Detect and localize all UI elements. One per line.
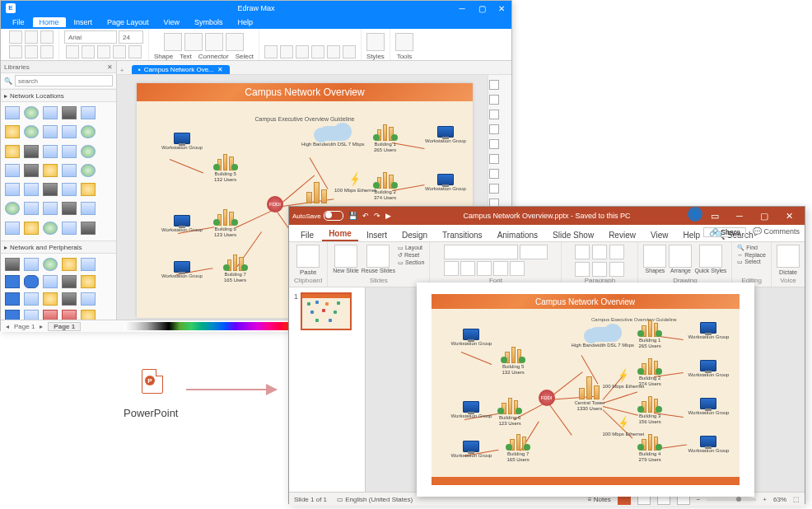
bullets-icon[interactable] [575,245,590,259]
shape-item[interactable] [61,163,77,178]
sidebar-search-input[interactable] [15,75,113,86]
node-fddi[interactable]: FDDI [267,196,283,212]
paste-icon[interactable] [40,30,54,44]
node-workstation-group[interactable]: Workstation Group [425,174,466,192]
save-icon[interactable]: 💾 [348,212,357,220]
node-building-2[interactable]: Building 2 374 Users [374,174,396,200]
font-family-select[interactable]: Arial [64,30,117,44]
node-building-1[interactable]: Building 1 265 Users [374,126,396,152]
node-building-7[interactable]: Building 7 165 Users [507,436,530,462]
right-tool-icon[interactable] [489,80,499,90]
slide-editor[interactable]: Campus Network Overview Campus Executive… [366,287,805,492]
shape-item[interactable] [61,309,77,320]
slideshow-icon[interactable]: ▶ [385,212,391,220]
page-tab[interactable]: Page 1 [48,322,81,331]
node-building-5[interactable]: Building 5 132 Users [214,156,236,182]
shape-item[interactable] [4,257,21,272]
node-cloud-dsl[interactable]: High Bandwidth DSL 7 Mbps [301,126,365,147]
shape-item[interactable] [61,274,77,289]
shape-item[interactable] [23,221,40,236]
shape-item[interactable] [80,124,96,139]
shape-item[interactable] [42,144,58,159]
menu-page-layout[interactable]: Page Layout [100,17,156,27]
shape-item[interactable] [42,292,58,306]
shape-item[interactable] [23,144,40,159]
tools-icon[interactable] [395,33,413,51]
undo-icon[interactable]: ↶ [362,212,369,220]
copy-icon[interactable] [25,30,38,44]
indent-icon[interactable] [609,245,624,259]
shape-item[interactable] [61,292,77,306]
shape-item[interactable] [4,105,21,120]
next-page-icon[interactable]: ▸ [40,323,43,330]
menu-symbols[interactable]: Symbols [188,17,230,27]
section-button[interactable]: ▭ Section [398,259,424,266]
undo-icon[interactable] [9,45,22,58]
right-tool-icon[interactable] [489,139,499,149]
shape-item[interactable] [80,182,96,197]
align-icon[interactable] [575,262,590,277]
node-workstation-group[interactable]: Workstation Group [688,398,730,416]
tab-design[interactable]: Design [395,229,434,241]
slide-thumbnail[interactable] [301,292,352,330]
menu-view[interactable]: View [157,17,186,27]
menu-home[interactable]: Home [33,17,66,27]
minimize-button[interactable]: ─ [452,1,472,16]
shape-item[interactable] [61,124,77,139]
share-button[interactable]: 🔗 Share [703,227,746,237]
sidebar-category-locations[interactable]: ▸ Network Locations [1,89,116,102]
node-workstation-group[interactable]: Workstation Group [425,126,466,144]
shape-item[interactable] [4,309,21,320]
ribbon-options-icon[interactable]: ▭ [702,207,727,225]
shape-item[interactable] [42,274,58,289]
rotate-icon[interactable] [327,45,340,58]
shape-item[interactable] [42,105,58,120]
right-tool-icon[interactable] [489,184,499,194]
font-size-select[interactable]: 24 [119,30,143,44]
numbering-icon[interactable] [592,245,607,259]
language-indicator[interactable]: ▭ English (United States) [337,496,413,503]
node-central-tower[interactable] [305,184,328,203]
shape-item[interactable] [42,309,58,320]
right-tool-icon[interactable] [489,95,499,105]
underline-icon[interactable] [97,45,110,58]
comments-button[interactable]: 💬 Comments [753,227,800,237]
node-workstation-group[interactable]: Workstation Group [161,133,203,151]
layout-button[interactable]: ▭ Layout [398,245,424,251]
shape-item[interactable] [42,257,58,272]
tab-help[interactable]: Help [676,229,707,241]
shape-item[interactable] [4,274,21,289]
tab-home[interactable]: Home [322,227,358,241]
shape-item[interactable] [4,221,21,236]
node-building-7[interactable]: Building 7 165 Users [224,256,246,283]
shape-item[interactable] [42,163,58,178]
columns-icon[interactable] [609,262,624,277]
tab-transitions[interactable]: Transitions [436,229,489,241]
shape-item[interactable] [4,163,21,178]
menu-insert[interactable]: Insert [68,17,100,27]
group-icon[interactable] [343,45,356,58]
redo-icon[interactable]: ↷ [374,212,380,220]
node-workstation-group[interactable]: Workstation Group [688,436,730,454]
bold-icon[interactable] [444,261,459,276]
user-avatar-icon[interactable]: 👤 [688,207,702,222]
node-building-1[interactable]: Building 1 265 Users [639,322,661,348]
bold-icon[interactable] [66,45,79,58]
align-right-icon[interactable] [296,45,309,58]
connector-tool-icon[interactable] [205,33,223,51]
shape-item[interactable] [23,201,40,216]
shape-item[interactable] [23,105,40,120]
shape-item[interactable] [80,292,96,306]
node-workstation-group[interactable]: Workstation Group [451,329,492,347]
paste-icon[interactable] [296,245,320,268]
node-ethernet[interactable]: ⚡100 Mbps Ethernet [334,172,376,193]
line-spacing-icon[interactable] [592,262,607,277]
shape-item[interactable] [80,309,96,320]
close-button[interactable]: ✕ [492,1,511,16]
shape-item[interactable] [61,182,77,197]
node-bolt[interactable]: ⚡100 Mbps Ethernet [603,416,645,437]
font-color-icon[interactable] [510,261,525,276]
node-workstation-group[interactable]: Workstation Group [451,401,492,419]
text-color-icon[interactable] [113,45,126,58]
prev-page-icon[interactable]: ◂ [6,323,9,330]
